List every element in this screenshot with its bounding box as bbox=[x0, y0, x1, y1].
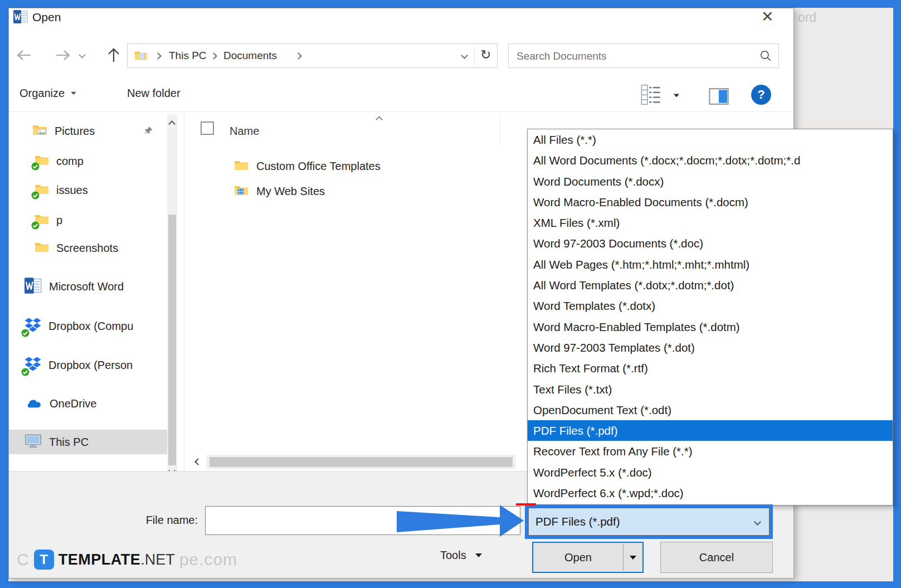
cancel-button-label: Cancel bbox=[699, 551, 734, 564]
filetype-option[interactable]: Text Files (*.txt) bbox=[528, 379, 893, 400]
refresh-icon[interactable]: ↻ bbox=[480, 47, 491, 62]
dropbox-icon bbox=[25, 357, 41, 374]
file-row-my-web-sites[interactable]: My Web Sites bbox=[234, 182, 325, 200]
tools-button[interactable]: Tools bbox=[440, 549, 482, 562]
select-all-checkbox[interactable] bbox=[201, 122, 214, 135]
filetype-option[interactable]: All Word Templates (*.dotx;*.dotm;*.dot) bbox=[528, 275, 893, 295]
dropbox-icon bbox=[25, 318, 41, 335]
sidebar-item-issues[interactable]: issues bbox=[35, 178, 88, 202]
filetype-option[interactable]: Word Templates (*.dotx) bbox=[528, 295, 893, 316]
sidebar-item-microsoft-word[interactable]: Microsoft Word bbox=[25, 274, 124, 299]
open-button[interactable]: Open bbox=[532, 542, 644, 573]
filetype-option[interactable]: Word Documents (*.docx) bbox=[528, 171, 893, 192]
sync-check-icon bbox=[21, 329, 30, 337]
search-input[interactable] bbox=[515, 47, 752, 65]
sidebar-item-label: Dropbox (Compu bbox=[48, 320, 133, 333]
filetype-option[interactable]: All Word Documents (*.docx;*.docm;*.dotx… bbox=[528, 150, 893, 171]
sidebar-item-this-pc[interactable]: This PC bbox=[25, 430, 89, 454]
breadcrumb-documents[interactable]: Documents bbox=[223, 50, 277, 62]
breadcrumb-chevron-icon[interactable] bbox=[210, 52, 217, 60]
background-title-fragment: ord bbox=[798, 10, 816, 25]
help-icon[interactable]: ? bbox=[751, 85, 771, 105]
filetype-option[interactable]: Word Macro-Enabled Templates (*.dotm) bbox=[528, 317, 893, 337]
search-icon[interactable] bbox=[759, 50, 772, 65]
pictures-folder-icon bbox=[32, 124, 47, 138]
filetype-option[interactable]: Word 97-2003 Documents (*.doc) bbox=[528, 233, 893, 254]
filetype-option[interactable]: WordPerfect 5.x (*.doc) bbox=[528, 462, 893, 483]
address-dropdown-chevron-icon[interactable] bbox=[461, 52, 468, 59]
sidebar-item-onedrive[interactable]: OneDrive bbox=[25, 391, 96, 416]
filetype-option[interactable]: Word Macro-Enabled Documents (*.docm) bbox=[528, 192, 893, 212]
onedrive-icon bbox=[25, 397, 42, 410]
filetype-option[interactable]: Word 97-2003 Templates (*.dot) bbox=[528, 337, 893, 358]
dialog-title: Open bbox=[32, 11, 61, 24]
sidebar-item-label: comp bbox=[56, 155, 84, 168]
sync-check-icon bbox=[31, 162, 40, 171]
synced-folder-icon bbox=[35, 213, 49, 227]
documents-folder-icon bbox=[134, 50, 148, 63]
file-row-custom-office-templates[interactable]: Custom Office Templates bbox=[234, 157, 381, 175]
watermark-faint-prefix: C bbox=[17, 550, 30, 569]
filetype-combobox[interactable]: PDF Files (*.pdf) bbox=[528, 508, 769, 536]
sidebar-item-label: Microsoft Word bbox=[49, 280, 124, 293]
up-icon[interactable] bbox=[106, 47, 121, 66]
sidebar-item-dropbox-personal[interactable]: Dropbox (Person bbox=[25, 353, 133, 377]
template-net-logo: T bbox=[34, 550, 54, 570]
sidebar-item-label: Screenshots bbox=[56, 242, 118, 255]
sidebar-item-p[interactable]: p bbox=[35, 208, 62, 232]
folder-icon bbox=[35, 241, 49, 255]
filetype-option[interactable]: OpenDocument Text (*.odt) bbox=[528, 400, 893, 420]
synced-folder-icon bbox=[35, 183, 49, 197]
filetype-option[interactable]: All Web Pages (*.htm;*.html;*.mht;*.mhtm… bbox=[528, 254, 893, 275]
open-button-label: Open bbox=[533, 543, 623, 572]
breadcrumb-chevron-icon[interactable] bbox=[295, 52, 302, 60]
toolbar-separator bbox=[9, 111, 793, 112]
watermark-faint-suffix: pe.com bbox=[179, 550, 237, 569]
close-icon[interactable]: ✕ bbox=[761, 8, 774, 25]
sidebar-item-pictures[interactable]: Pictures bbox=[32, 119, 95, 143]
search-box[interactable] bbox=[508, 43, 779, 68]
sidebar-scrollbar-thumb[interactable] bbox=[168, 215, 176, 465]
forward-icon[interactable] bbox=[53, 48, 73, 65]
open-caret-icon[interactable] bbox=[624, 543, 642, 572]
column-header-name[interactable]: Name bbox=[230, 125, 259, 138]
web-folder-icon bbox=[234, 184, 249, 198]
filetype-option-selected[interactable]: PDF Files (*.pdf) bbox=[528, 420, 893, 441]
filetype-dropdown-list: All Files (*.*) All Word Documents (*.do… bbox=[527, 129, 893, 506]
organize-caret-icon bbox=[71, 92, 76, 95]
views-caret-icon[interactable] bbox=[674, 94, 679, 98]
pin-icon bbox=[144, 126, 153, 138]
address-bar[interactable]: This PC Documents ↻ bbox=[127, 43, 498, 68]
sync-check-icon bbox=[31, 221, 40, 230]
sidebar-item-label: issues bbox=[56, 184, 88, 197]
filetype-option[interactable]: Rich Text Format (*.rtf) bbox=[528, 358, 893, 378]
synced-folder-icon bbox=[35, 154, 49, 168]
column-divider[interactable] bbox=[500, 114, 500, 145]
combobox-chevron-icon bbox=[754, 518, 761, 526]
filetype-option[interactable]: XML Files (*.xml) bbox=[528, 212, 893, 233]
sidebar-item-label: Pictures bbox=[55, 125, 95, 138]
tools-caret-icon bbox=[475, 553, 482, 557]
filetype-option[interactable]: Recover Text from Any File (*.*) bbox=[528, 441, 893, 461]
sidebar-item-dropbox-computer[interactable]: Dropbox (Compu bbox=[25, 314, 133, 338]
organize-button[interactable]: Organize bbox=[20, 87, 77, 100]
preview-pane-icon[interactable] bbox=[709, 88, 729, 108]
word-app-icon bbox=[13, 9, 28, 26]
file-name: Custom Office Templates bbox=[256, 160, 381, 173]
tools-label: Tools bbox=[440, 549, 466, 562]
sidebar-item-screenshots[interactable]: Screenshots bbox=[35, 236, 118, 260]
filetype-option[interactable]: All Files (*.*) bbox=[528, 129, 893, 150]
new-folder-button[interactable]: New folder bbox=[127, 87, 181, 100]
watermark: C T TEMPLATE .NET pe.com bbox=[17, 550, 237, 570]
breadcrumb-this-pc[interactable]: This PC bbox=[169, 50, 207, 62]
organize-label: Organize bbox=[20, 87, 65, 100]
details-view-icon[interactable] bbox=[641, 84, 661, 108]
sidebar-item-comp[interactable]: comp bbox=[35, 149, 84, 173]
cancel-button[interactable]: Cancel bbox=[660, 542, 773, 573]
filelist-hscrollbar-thumb[interactable] bbox=[210, 457, 513, 467]
breadcrumb-chevron-icon[interactable] bbox=[154, 52, 162, 60]
folder-icon bbox=[234, 159, 249, 173]
filetype-option[interactable]: WordPerfect 6.x (*.wpd;*.doc) bbox=[528, 483, 893, 503]
sidebar-item-label: p bbox=[56, 214, 62, 227]
back-icon[interactable] bbox=[14, 48, 34, 65]
